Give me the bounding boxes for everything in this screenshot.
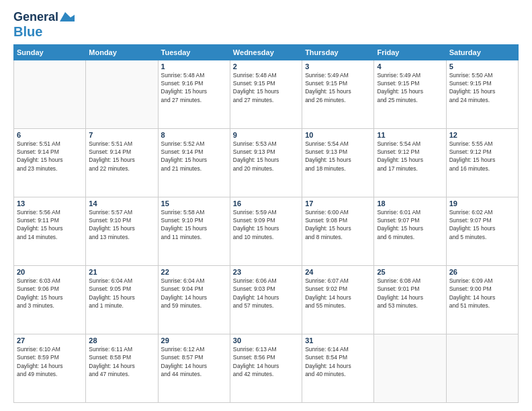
day-info: Sunrise: 5:57 AM Sunset: 9:10 PM Dayligh… (89, 208, 154, 241)
day-info: Sunrise: 6:02 AM Sunset: 9:07 PM Dayligh… (449, 208, 515, 241)
calendar-cell (86, 60, 158, 128)
day-number: 21 (89, 268, 154, 276)
calendar-cell: 6Sunrise: 5:51 AM Sunset: 9:14 PM Daylig… (14, 128, 86, 197)
day-info: Sunrise: 6:11 AM Sunset: 8:58 PM Dayligh… (89, 345, 154, 378)
calendar-cell: 31Sunrise: 6:14 AM Sunset: 8:54 PM Dayli… (302, 334, 374, 402)
calendar-cell: 9Sunrise: 5:53 AM Sunset: 9:13 PM Daylig… (230, 128, 302, 197)
day-info: Sunrise: 6:03 AM Sunset: 9:06 PM Dayligh… (17, 277, 83, 310)
day-info: Sunrise: 5:54 AM Sunset: 9:13 PM Dayligh… (305, 140, 371, 173)
calendar-cell: 2Sunrise: 5:48 AM Sunset: 9:15 PM Daylig… (230, 60, 302, 128)
calendar-week-row: 13Sunrise: 5:56 AM Sunset: 9:11 PM Dayli… (14, 197, 519, 265)
calendar-cell: 27Sunrise: 6:10 AM Sunset: 8:59 PM Dayli… (14, 334, 86, 402)
day-info: Sunrise: 5:48 AM Sunset: 9:16 PM Dayligh… (161, 71, 227, 104)
day-info: Sunrise: 5:53 AM Sunset: 9:13 PM Dayligh… (233, 140, 299, 173)
day-info: Sunrise: 5:52 AM Sunset: 9:14 PM Dayligh… (161, 140, 227, 173)
day-info: Sunrise: 6:10 AM Sunset: 8:59 PM Dayligh… (17, 345, 83, 378)
day-number: 26 (449, 268, 515, 276)
weekday-header: Sunday (14, 44, 86, 60)
weekday-header: Thursday (302, 44, 374, 60)
calendar-cell: 18Sunrise: 6:01 AM Sunset: 9:07 PM Dayli… (374, 197, 446, 265)
day-number: 20 (17, 268, 83, 276)
calendar-cell (374, 334, 446, 402)
calendar-cell: 11Sunrise: 5:54 AM Sunset: 9:12 PM Dayli… (374, 128, 446, 197)
weekday-header: Saturday (446, 44, 518, 60)
day-number: 14 (89, 199, 154, 208)
day-number: 25 (377, 268, 443, 276)
calendar-cell: 28Sunrise: 6:11 AM Sunset: 8:58 PM Dayli… (86, 334, 158, 402)
day-number: 28 (89, 336, 154, 345)
day-number: 7 (89, 131, 154, 139)
day-number: 12 (449, 131, 515, 139)
day-info: Sunrise: 5:50 AM Sunset: 9:15 PM Dayligh… (449, 71, 515, 104)
day-info: Sunrise: 6:14 AM Sunset: 8:54 PM Dayligh… (305, 345, 371, 378)
weekday-header: Friday (374, 44, 446, 60)
day-number: 1 (161, 62, 227, 71)
calendar-week-row: 20Sunrise: 6:03 AM Sunset: 9:06 PM Dayli… (14, 265, 519, 334)
day-info: Sunrise: 6:01 AM Sunset: 9:07 PM Dayligh… (377, 208, 443, 241)
calendar-cell: 20Sunrise: 6:03 AM Sunset: 9:06 PM Dayli… (14, 265, 86, 334)
calendar-cell: 12Sunrise: 5:55 AM Sunset: 9:12 PM Dayli… (446, 128, 518, 197)
calendar-cell: 30Sunrise: 6:13 AM Sunset: 8:56 PM Dayli… (230, 334, 302, 402)
calendar-cell: 22Sunrise: 6:04 AM Sunset: 9:04 PM Dayli… (158, 265, 230, 334)
day-number: 23 (233, 268, 299, 276)
calendar-cell: 15Sunrise: 5:58 AM Sunset: 9:10 PM Dayli… (158, 197, 230, 265)
day-number: 31 (305, 336, 371, 345)
day-number: 17 (305, 199, 371, 208)
calendar-header-row: SundayMondayTuesdayWednesdayThursdayFrid… (14, 44, 519, 60)
day-info: Sunrise: 5:51 AM Sunset: 9:14 PM Dayligh… (17, 140, 83, 173)
day-info: Sunrise: 5:59 AM Sunset: 9:09 PM Dayligh… (233, 208, 299, 241)
calendar-cell (14, 60, 86, 128)
weekday-header: Tuesday (158, 44, 230, 60)
calendar-cell: 19Sunrise: 6:02 AM Sunset: 9:07 PM Dayli… (446, 197, 518, 265)
day-info: Sunrise: 5:54 AM Sunset: 9:12 PM Dayligh… (377, 140, 443, 173)
calendar-week-row: 27Sunrise: 6:10 AM Sunset: 8:59 PM Dayli… (14, 334, 519, 402)
logo: General Blue (13, 11, 75, 39)
weekday-header: Wednesday (230, 44, 302, 60)
calendar-table: SundayMondayTuesdayWednesdayThursdayFrid… (13, 44, 519, 403)
calendar-cell: 7Sunrise: 5:51 AM Sunset: 9:14 PM Daylig… (86, 128, 158, 197)
calendar-cell: 1Sunrise: 5:48 AM Sunset: 9:16 PM Daylig… (158, 60, 230, 128)
day-number: 16 (233, 199, 299, 208)
day-number: 18 (377, 199, 443, 208)
logo-icon (60, 12, 75, 21)
day-info: Sunrise: 5:58 AM Sunset: 9:10 PM Dayligh… (161, 208, 227, 241)
day-number: 2 (233, 62, 299, 71)
calendar-cell: 24Sunrise: 6:07 AM Sunset: 9:02 PM Dayli… (302, 265, 374, 334)
day-info: Sunrise: 5:49 AM Sunset: 9:15 PM Dayligh… (377, 71, 443, 104)
day-number: 30 (233, 336, 299, 345)
weekday-header: Monday (86, 44, 158, 60)
day-info: Sunrise: 5:55 AM Sunset: 9:12 PM Dayligh… (449, 140, 515, 173)
day-number: 22 (161, 268, 227, 276)
svg-marker-0 (60, 12, 75, 21)
calendar-cell: 5Sunrise: 5:50 AM Sunset: 9:15 PM Daylig… (446, 60, 518, 128)
calendar-cell: 3Sunrise: 5:49 AM Sunset: 9:15 PM Daylig… (302, 60, 374, 128)
logo-blue: Blue (13, 24, 42, 39)
calendar-cell: 8Sunrise: 5:52 AM Sunset: 9:14 PM Daylig… (158, 128, 230, 197)
calendar-week-row: 1Sunrise: 5:48 AM Sunset: 9:16 PM Daylig… (14, 60, 519, 128)
day-number: 29 (161, 336, 227, 345)
day-number: 10 (305, 131, 371, 139)
calendar-cell: 29Sunrise: 6:12 AM Sunset: 8:57 PM Dayli… (158, 334, 230, 402)
day-number: 3 (305, 62, 371, 71)
day-number: 6 (17, 131, 83, 139)
day-number: 27 (17, 336, 83, 345)
day-number: 13 (17, 199, 83, 208)
day-info: Sunrise: 6:06 AM Sunset: 9:03 PM Dayligh… (233, 277, 299, 310)
calendar-cell: 14Sunrise: 5:57 AM Sunset: 9:10 PM Dayli… (86, 197, 158, 265)
header: General Blue (13, 11, 519, 39)
day-info: Sunrise: 5:51 AM Sunset: 9:14 PM Dayligh… (89, 140, 154, 173)
day-number: 8 (161, 131, 227, 139)
calendar-cell: 26Sunrise: 6:09 AM Sunset: 9:00 PM Dayli… (446, 265, 518, 334)
page: General Blue SundayMondayTuesdayWednesda… (0, 0, 532, 411)
day-number: 24 (305, 268, 371, 276)
day-number: 19 (449, 199, 515, 208)
day-info: Sunrise: 5:56 AM Sunset: 9:11 PM Dayligh… (17, 208, 83, 241)
calendar-cell: 17Sunrise: 6:00 AM Sunset: 9:08 PM Dayli… (302, 197, 374, 265)
day-info: Sunrise: 6:04 AM Sunset: 9:05 PM Dayligh… (89, 277, 154, 310)
day-number: 15 (161, 199, 227, 208)
day-number: 11 (377, 131, 443, 139)
day-info: Sunrise: 5:49 AM Sunset: 9:15 PM Dayligh… (305, 71, 371, 104)
calendar-cell (446, 334, 518, 402)
calendar-cell: 21Sunrise: 6:04 AM Sunset: 9:05 PM Dayli… (86, 265, 158, 334)
day-info: Sunrise: 6:08 AM Sunset: 9:01 PM Dayligh… (377, 277, 443, 310)
